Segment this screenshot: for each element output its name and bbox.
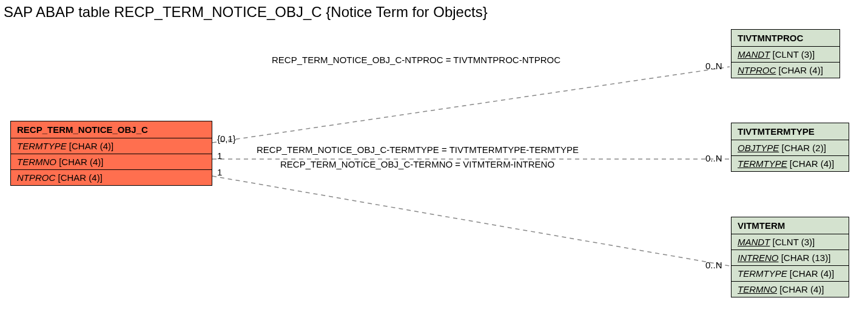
field-name: TERMTYPE xyxy=(738,158,787,169)
svg-line-0 xyxy=(212,67,730,143)
field-type: [CHAR (4)] xyxy=(779,65,823,75)
cardinality-right: 0..N xyxy=(705,153,722,163)
field-row: TERMTYPE [CHAR (4)] xyxy=(11,138,212,154)
cardinality-left: {0,1} xyxy=(217,134,236,144)
field-name: TERMNO xyxy=(17,157,56,167)
field-row: TERMTYPE [CHAR (4)] xyxy=(732,266,849,282)
relation-label: RECP_TERM_NOTICE_OBJ_C-TERMTYPE = TIVTMT… xyxy=(257,144,579,155)
entity-header: TIVTMNTPROC xyxy=(732,30,839,47)
field-name: TERMTYPE xyxy=(17,141,67,151)
field-row: MANDT [CLNT (3)] xyxy=(732,234,849,250)
entity-tivtmntproc: TIVTMNTPROC MANDT [CLNT (3)] NTPROC [CHA… xyxy=(731,29,840,78)
field-name: MANDT xyxy=(738,49,770,59)
svg-line-2 xyxy=(212,176,730,266)
field-name: MANDT xyxy=(738,237,770,247)
entity-header: VITMTERM xyxy=(732,217,849,234)
field-name: INTRENO xyxy=(738,253,779,263)
field-type: [CHAR (13)] xyxy=(781,253,831,263)
field-row: NTPROC [CHAR (4)] xyxy=(11,170,212,185)
field-name: NTPROC xyxy=(17,172,55,183)
field-type: [CHAR (4)] xyxy=(790,158,834,169)
relation-label: RECP_TERM_NOTICE_OBJ_C-TERMNO = VITMTERM… xyxy=(280,159,554,169)
entity-tivtmtermtype: TIVTMTERMTYPE OBJTYPE [CHAR (2)] TERMTYP… xyxy=(731,123,849,172)
cardinality-left: 1 xyxy=(217,151,222,161)
field-row: MANDT [CLNT (3)] xyxy=(732,47,839,63)
field-row: NTPROC [CHAR (4)] xyxy=(732,63,839,78)
field-name: OBJTYPE xyxy=(738,143,779,153)
relation-label: RECP_TERM_NOTICE_OBJ_C-NTPROC = TIVTMNTP… xyxy=(272,55,560,65)
field-type: [CHAR (2)] xyxy=(782,143,826,153)
entity-recp-term-notice-obj-c: RECP_TERM_NOTICE_OBJ_C TERMTYPE [CHAR (4… xyxy=(10,121,212,186)
field-name: TERMTYPE xyxy=(738,268,787,279)
cardinality-right: 0..N xyxy=(705,260,722,270)
field-row: TERMNO [CHAR (4)] xyxy=(732,282,849,297)
entity-header: RECP_TERM_NOTICE_OBJ_C xyxy=(11,121,212,138)
field-row: TERMTYPE [CHAR (4)] xyxy=(732,156,849,171)
page-title: SAP ABAP table RECP_TERM_NOTICE_OBJ_C {N… xyxy=(4,4,488,21)
field-type: [CHAR (4)] xyxy=(59,157,103,167)
field-type: [CHAR (4)] xyxy=(58,172,103,183)
entity-vitmterm: VITMTERM MANDT [CLNT (3)] INTRENO [CHAR … xyxy=(731,217,849,297)
cardinality-left: 1 xyxy=(217,167,222,177)
field-row: TERMNO [CHAR (4)] xyxy=(11,154,212,170)
field-type: [CHAR (4)] xyxy=(790,268,834,279)
field-row: INTRENO [CHAR (13)] xyxy=(732,250,849,266)
field-type: [CLNT (3)] xyxy=(773,237,815,247)
field-type: [CLNT (3)] xyxy=(773,49,815,59)
cardinality-right: 0..N xyxy=(705,61,722,71)
field-type: [CHAR (4)] xyxy=(69,141,113,151)
field-row: OBJTYPE [CHAR (2)] xyxy=(732,140,849,156)
entity-header: TIVTMTERMTYPE xyxy=(732,123,849,140)
field-type: [CHAR (4)] xyxy=(779,284,824,294)
field-name: NTPROC xyxy=(738,65,776,75)
field-name: TERMNO xyxy=(738,284,777,294)
